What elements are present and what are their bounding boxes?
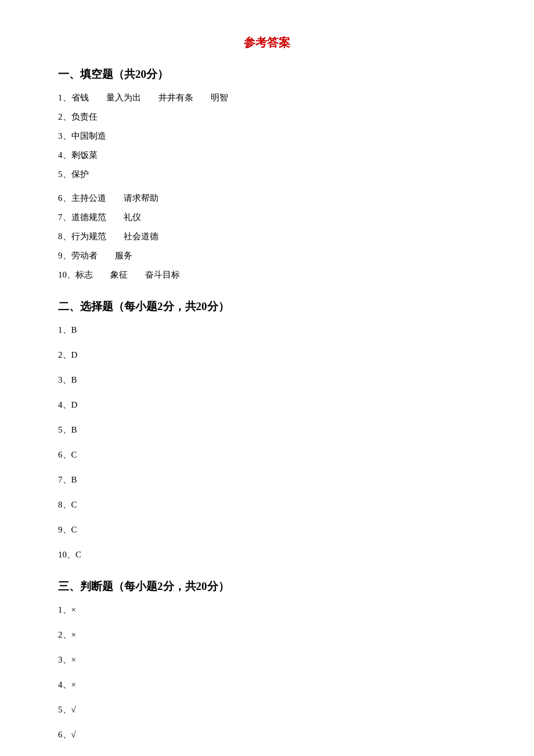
fill-item-4: 4、剩饭菜	[58, 147, 476, 163]
page-title: 参考答案	[58, 35, 476, 51]
section2-heading: 二、选择题（每小题2分，共20分）	[58, 299, 476, 314]
section3-heading: 三、判断题（每小题2分，共20分）	[58, 579, 476, 594]
fill-item-10: 10、标志 象征 奋斗目标	[58, 267, 476, 283]
fill-item-7: 7、道德规范 礼仪	[58, 210, 476, 225]
judge-item-2: 2、×	[58, 627, 476, 643]
judge-item-3: 3、×	[58, 652, 476, 668]
fill-item-8: 8、行为规范 社会道德	[58, 229, 476, 244]
judge-item-1: 1、×	[58, 602, 476, 618]
choice-item-2: 2、D	[58, 347, 476, 363]
choice-item-6: 6、C	[58, 447, 476, 463]
fill-item-2: 2、负责任	[58, 109, 476, 125]
fill-item-9: 9、劳动者 服务	[58, 248, 476, 264]
fill-item-3: 3、中国制造	[58, 128, 476, 144]
judge-item-4: 4、×	[58, 677, 476, 693]
choice-item-8: 8、C	[58, 497, 476, 513]
fill-item-5: 5、保护	[58, 167, 476, 182]
choice-item-1: 1、B	[58, 322, 476, 338]
judge-item-5: 5、√	[58, 702, 476, 718]
fill-item-1: 1、省钱 量入为出 井井有条 明智	[58, 90, 476, 106]
section1-heading: 一、填空题（共20分）	[58, 67, 476, 82]
choice-item-3: 3、B	[58, 372, 476, 388]
choice-item-4: 4、D	[58, 397, 476, 413]
judge-item-6: 6、√	[58, 727, 476, 743]
fill-item-6: 6、主持公道 请求帮助	[58, 190, 476, 206]
choice-item-10: 10、C	[58, 547, 476, 563]
choice-item-9: 9、C	[58, 522, 476, 538]
choice-item-7: 7、B	[58, 472, 476, 488]
choice-item-5: 5、B	[58, 422, 476, 438]
